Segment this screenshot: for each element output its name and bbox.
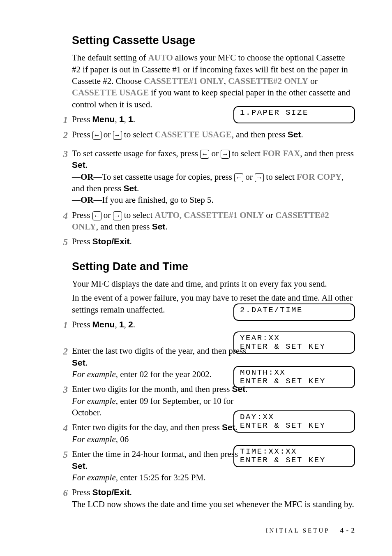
text: . xyxy=(137,183,139,193)
text: to select xyxy=(122,210,155,220)
step-3: 3 Enter two digits for the month, and th… xyxy=(64,383,355,418)
heading-setting-cassette-usage: Setting Cassette Usage xyxy=(72,33,355,48)
key-1: 1 xyxy=(119,320,124,329)
right-arrow-icon: → xyxy=(113,211,122,220)
text: to select xyxy=(264,172,297,182)
step-4: 4 Enter two digits for the day, and then… xyxy=(64,422,355,445)
step-5: 5 Enter the time in 24-hour format, and … xyxy=(64,448,355,483)
text: . xyxy=(133,114,135,124)
text: The default setting of xyxy=(72,53,148,63)
text: to select xyxy=(230,148,263,158)
right-arrow-icon: → xyxy=(221,150,230,159)
step-4: 4 Press ← or → to select AUTO, CASSETTE#… xyxy=(64,209,355,233)
step-2: 2 Enter the last two digits of the year,… xyxy=(64,345,355,380)
text: or xyxy=(264,210,275,220)
key-menu: Menu xyxy=(92,114,115,124)
text: The LCD now shows the date and time you … xyxy=(72,499,354,509)
step-6: 6 Press Stop/Exit. The LCD now shows the… xyxy=(64,486,355,510)
text-example: For example xyxy=(72,369,116,379)
step-1: 1 Press Menu, 1, 2. xyxy=(64,319,355,330)
text-or: OR xyxy=(81,172,94,182)
text: , and then press xyxy=(96,222,152,232)
key-set: Set xyxy=(72,160,85,169)
text: — xyxy=(72,195,81,205)
text: or xyxy=(101,210,113,220)
steps-date: 1 Press Menu, 1, 2. 2 Enter the last two… xyxy=(64,319,355,510)
text: . xyxy=(130,236,132,246)
key-set: Set xyxy=(123,183,137,193)
text-example: For example xyxy=(72,473,116,482)
key-1b: 1 xyxy=(128,114,133,124)
key-set: Set xyxy=(72,358,85,367)
text: or xyxy=(243,172,255,182)
text-cassette2-only: CASSETTE#2 ONLY xyxy=(228,76,308,86)
step-number: 4 xyxy=(58,209,68,222)
key-menu: Menu xyxy=(92,320,115,329)
text: . xyxy=(235,422,238,432)
footer-label: INITIAL SETUP xyxy=(266,527,330,534)
text: Enter the time in 24-hour format, and th… xyxy=(72,449,238,459)
text-cassette-usage: CASSETTE USAGE xyxy=(72,88,149,97)
key-set: Set xyxy=(72,461,85,470)
text: Enter two digits for the day, and then p… xyxy=(72,422,222,432)
key-set: Set xyxy=(232,384,246,394)
key-set: Set xyxy=(222,422,235,432)
step-number: 1 xyxy=(58,319,68,331)
text: . xyxy=(85,160,88,170)
text: , xyxy=(224,76,228,86)
text: , xyxy=(124,320,129,329)
step-2: 2 Press ← or → to select CASSETTE USAGE,… xyxy=(64,129,355,140)
step-number: 1 xyxy=(58,114,68,126)
text: . xyxy=(165,222,167,232)
text: . xyxy=(85,461,88,471)
text-auto: AUTO xyxy=(148,53,173,63)
text: . xyxy=(245,384,247,394)
text: —If you are finished, go to Step 5. xyxy=(94,195,214,205)
step-number: 3 xyxy=(58,383,68,396)
text-for-fax: FOR FAX xyxy=(263,148,300,158)
key-set: Set xyxy=(288,130,301,139)
step-number: 4 xyxy=(58,422,68,434)
footer: INITIAL SETUP 4 - 2 xyxy=(266,526,355,535)
step-number: 3 xyxy=(58,148,68,160)
left-arrow-icon: ← xyxy=(234,173,243,182)
step-number: 6 xyxy=(58,486,68,499)
text: , and then press xyxy=(232,130,288,139)
text: Press xyxy=(72,130,92,139)
text: . xyxy=(133,320,135,329)
text: . xyxy=(301,130,303,139)
text-or: OR xyxy=(81,195,94,205)
key-stop-exit: Stop/Exit xyxy=(92,487,130,497)
lcd-date-time: 2.DATE/TIME xyxy=(233,303,355,321)
intro-cassette: The default setting of AUTO allows your … xyxy=(72,52,355,110)
text: , enter 02 for the year 2002. xyxy=(116,369,212,379)
text-for-copy: FOR COPY xyxy=(297,172,341,182)
text: Enter the last two digits of the year, a… xyxy=(72,346,246,356)
step-1: 1 Press Menu, 1, 1. xyxy=(64,114,355,125)
text: or xyxy=(308,76,318,86)
text: Press xyxy=(72,236,92,246)
text: Press xyxy=(72,487,92,497)
text: —To set cassette usage for copies, press xyxy=(94,172,235,182)
text: , xyxy=(115,114,119,124)
text: , xyxy=(115,320,119,329)
left-arrow-icon: ← xyxy=(200,150,209,159)
text: . xyxy=(130,487,132,497)
text: or xyxy=(209,148,221,158)
right-arrow-icon: → xyxy=(113,131,122,140)
step-number: 2 xyxy=(58,345,68,358)
step-number: 5 xyxy=(58,236,68,248)
text-example: For example xyxy=(72,434,116,444)
step-number: 2 xyxy=(58,129,68,141)
text: To set cassette usage for faxes, press xyxy=(72,148,200,158)
left-arrow-icon: ← xyxy=(92,211,101,220)
text: . xyxy=(85,358,88,368)
text-example: For example xyxy=(72,396,116,406)
text: , xyxy=(124,114,129,124)
text-cassette1-only: CASSETTE#1 ONLY xyxy=(144,76,224,86)
page-number: 4 - 2 xyxy=(340,526,355,534)
text: Press xyxy=(72,114,92,124)
left-arrow-icon: ← xyxy=(92,131,101,140)
text-auto-c1: AUTO, CASSETTE#1 ONLY xyxy=(154,210,264,220)
step-number: 5 xyxy=(58,448,68,461)
